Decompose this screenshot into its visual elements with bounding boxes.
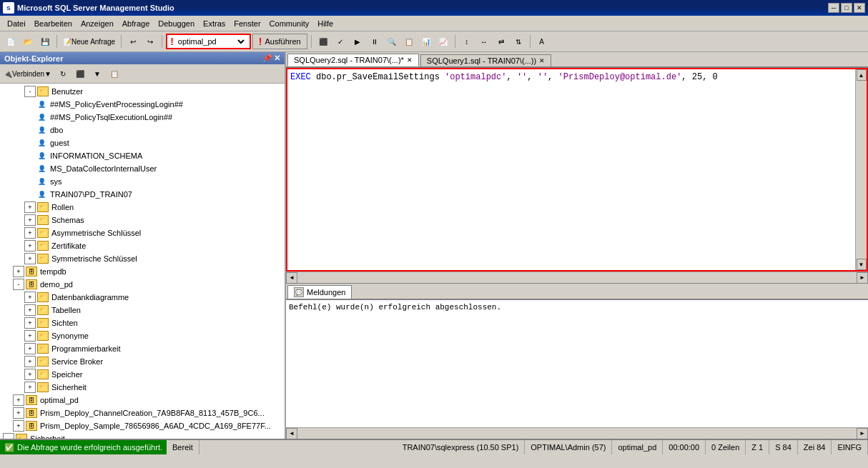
- tree-synonyme[interactable]: + 📁 Synonyme: [1, 329, 283, 342]
- tree-sicherheit-demopd[interactable]: + 📁 Sicherheit: [1, 381, 283, 394]
- expander-optimal-pd[interactable]: +: [13, 394, 24, 406]
- expander-sicherheit-demopd[interactable]: +: [24, 382, 36, 393]
- scroll-left-btn[interactable]: ◄: [286, 272, 297, 284]
- expander-tempdb[interactable]: +: [13, 266, 24, 277]
- oe-pin-icon[interactable]: 📌: [262, 54, 272, 63]
- expander-benutzer[interactable]: -: [24, 86, 36, 97]
- query-editor[interactable]: EXEC dbo.pr_SaveEmailSettings 'optimalpd…: [286, 68, 868, 272]
- oe-close-icon[interactable]: ✕: [274, 54, 280, 63]
- editor-scrollbar-v[interactable]: ▲ ▼: [855, 69, 867, 270]
- expander-prism2[interactable]: +: [13, 420, 24, 432]
- new-query-btn[interactable]: 📝 Neue Anfrage: [61, 34, 117, 49]
- tree-speicher[interactable]: + 📁 Speicher: [1, 368, 283, 381]
- tree-schemas[interactable]: + 📁 Schemas: [1, 214, 283, 226]
- expander-demo-pd[interactable]: -: [13, 279, 24, 290]
- connect-button[interactable]: 🔌 Verbinden ▼: [1, 66, 54, 81]
- toolbar-btn-6[interactable]: ✓: [332, 34, 348, 49]
- expander-dbdiag[interactable]: +: [24, 292, 36, 303]
- tree-demo-pd[interactable]: - 🗄 demo_pd: [1, 278, 283, 291]
- toolbar-btn-10[interactable]: 📋: [401, 34, 417, 49]
- scroll-right-btn[interactable]: ►: [857, 272, 868, 284]
- toolbar-btn-redo[interactable]: ↪: [142, 34, 158, 49]
- menu-debuggen[interactable]: Debuggen: [154, 18, 199, 29]
- tree-user-sys[interactable]: 👤 sys: [1, 175, 283, 188]
- expander-schemas[interactable]: +: [24, 214, 36, 226]
- toolbar-btn-16[interactable]: ⇅: [511, 34, 526, 49]
- close-button[interactable]: ✕: [854, 3, 865, 13]
- expander-speicher[interactable]: +: [24, 369, 36, 380]
- menu-hilfe[interactable]: Hilfe: [313, 18, 337, 29]
- menu-extras[interactable]: Extras: [199, 18, 230, 29]
- tree-user-ms[interactable]: 👤 MS_DataCollectorInternalUser: [1, 162, 283, 175]
- expander-asym[interactable]: +: [24, 227, 36, 239]
- toolbar-btn-5[interactable]: ⬛: [315, 34, 331, 49]
- tree-rollen[interactable]: + 📁 Rollen: [1, 201, 283, 214]
- toolbar-btn-14[interactable]: ↔: [476, 34, 492, 49]
- expander-tabellen[interactable]: +: [24, 304, 36, 316]
- menu-fenster[interactable]: Fenster: [230, 18, 265, 29]
- expander-rollen[interactable]: +: [24, 201, 36, 213]
- scroll-down-btn[interactable]: ▼: [857, 259, 867, 270]
- toolbar-btn-7[interactable]: ▶: [350, 34, 365, 49]
- toolbar-btn-undo[interactable]: ↩: [125, 34, 141, 49]
- oe-summary-btn[interactable]: 📋: [107, 66, 122, 81]
- tree-user-info[interactable]: 👤 INFORMATION_SCHEMA: [1, 149, 283, 162]
- tree-zert[interactable]: + 📁 Zertifikate: [1, 239, 283, 252]
- expander-sym[interactable]: +: [24, 253, 36, 264]
- scroll-up-btn[interactable]: ▲: [857, 69, 867, 81]
- results-scroll-left[interactable]: ◄: [286, 428, 297, 439]
- tree-optimal-pd[interactable]: + 🗄 optimal_pd: [1, 394, 283, 407]
- editor-scrollbar-h[interactable]: ◄ ►: [286, 272, 868, 283]
- expander-zert[interactable]: +: [24, 240, 36, 252]
- minimize-button[interactable]: ─: [828, 3, 839, 13]
- oe-filter-btn[interactable]: ▼: [89, 66, 105, 81]
- tab-sqlquery2[interactable]: SQLQuery2.sql - TRAIN07\(...)* ✕: [287, 54, 419, 66]
- tree-tabellen[interactable]: + 📁 Tabellen: [1, 304, 283, 317]
- toolbar-btn-8[interactable]: ⏸: [367, 34, 383, 49]
- expander-prog[interactable]: +: [24, 343, 36, 354]
- toolbar-btn-1[interactable]: 📄: [3, 34, 19, 49]
- menu-community[interactable]: Community: [265, 18, 314, 29]
- tree-user-guest[interactable]: 👤 guest: [1, 136, 283, 149]
- tree-tempdb[interactable]: + 🗄 tempdb: [1, 265, 283, 278]
- tree-prog[interactable]: + 📁 Programmierbarkeit: [1, 342, 283, 355]
- tree-prism2[interactable]: + 🗄 Prism_Deploy_Sample_78656986_A6AD_4C…: [1, 419, 283, 432]
- tree-user-1[interactable]: 👤 ##MS_PolicyEventProcessingLogin##: [1, 98, 283, 111]
- toolbar-btn-save[interactable]: 💾: [37, 34, 53, 49]
- toolbar-btn-9[interactable]: 🔍: [384, 34, 400, 49]
- toolbar-btn-11[interactable]: 📊: [418, 34, 434, 49]
- expander-synonyme[interactable]: +: [24, 330, 36, 342]
- expander-sichten[interactable]: +: [24, 317, 36, 329]
- tree-sichten[interactable]: + 📁 Sichten: [1, 317, 283, 329]
- menu-bearbeiten[interactable]: Bearbeiten: [30, 18, 77, 29]
- tree-dbdiag[interactable]: + 📁 Datenbankdiagramme: [1, 291, 283, 304]
- tab-meldungen[interactable]: 💬 Meldungen: [287, 285, 352, 299]
- expander-prism1[interactable]: +: [13, 407, 24, 419]
- query-content[interactable]: EXEC dbo.pr_SaveEmailSettings 'optimalpd…: [287, 69, 867, 270]
- tree-user-2[interactable]: 👤 ##MS_PolicyTsqlExecutionLogin##: [1, 111, 283, 124]
- toolbar-btn-13[interactable]: ↕: [459, 34, 475, 49]
- tree-user-train[interactable]: 👤 TRAIN07\PD_TRAIN07: [1, 188, 283, 201]
- expander-sicherheit-root[interactable]: -: [3, 433, 14, 439]
- menu-datei[interactable]: Datei: [3, 18, 30, 29]
- tab-sqlquery1-close[interactable]: ✕: [539, 57, 545, 64]
- toolbar-btn-2[interactable]: 📂: [20, 34, 36, 49]
- tree-benutzer[interactable]: - 📁 Benutzer: [1, 85, 283, 98]
- tree-sicherheit-root[interactable]: - 📁 Sicherheit: [1, 432, 283, 439]
- tree-svcbroker[interactable]: + 📁 Service Broker: [1, 355, 283, 368]
- tab-sqlquery2-close[interactable]: ✕: [407, 56, 413, 64]
- tab-sqlquery1[interactable]: SQLQuery1.sql - TRAIN07\(...)) ✕: [420, 54, 551, 66]
- toolbar-btn-12[interactable]: 📈: [435, 34, 451, 49]
- database-dropdown[interactable]: optimal_pd: [175, 36, 247, 46]
- toolbar-btn-15[interactable]: ⇄: [493, 34, 509, 49]
- oe-stop-btn[interactable]: ⬛: [72, 66, 88, 81]
- tree-user-dbo[interactable]: 👤 dbo: [1, 124, 283, 136]
- results-scrollbar-h[interactable]: ◄ ►: [286, 427, 868, 439]
- toolbar-btn-17[interactable]: A: [534, 34, 550, 49]
- tree-sym[interactable]: + 📁 Symmetrische Schlüssel: [1, 252, 283, 265]
- menu-abfrage[interactable]: Abfrage: [118, 18, 154, 29]
- menu-anzeigen[interactable]: Anzeigen: [77, 18, 118, 29]
- execute-button[interactable]: ! Ausführen: [252, 34, 307, 49]
- tree-asym[interactable]: + 📁 Asymmetrische Schlüssel: [1, 226, 283, 239]
- maximize-button[interactable]: □: [841, 3, 852, 13]
